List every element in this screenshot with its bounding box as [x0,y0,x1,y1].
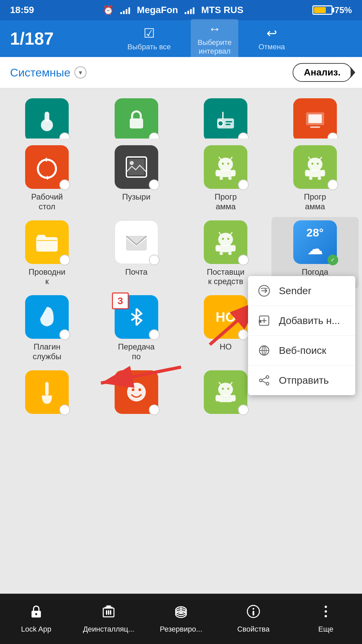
app-icon-wrap-bubbles [115,145,158,189]
cancel-label: Отмена [258,43,285,51]
nav-backup[interactable]: Резервиро... [145,601,217,637]
svg-rect-88 [253,611,254,615]
trash-icon [101,604,116,622]
app-item-permissions[interactable] [93,95,180,139]
app-item-desktop[interactable]: Рабочийстол [3,142,91,214]
context-menu-sender[interactable]: Sender [248,276,355,306]
context-add-label: Добавить н... [279,315,340,326]
select-interval-button[interactable]: ↔ Выберитеинтервал [191,19,238,58]
app-checkbox-provider[interactable] [238,255,249,265]
svg-point-53 [227,388,229,390]
select-all-button[interactable]: ☑ Выбрать все [127,26,171,51]
svg-point-38 [227,238,229,240]
app-icon-wrap-mail [115,220,158,264]
app-item-sensor[interactable] [3,95,91,139]
share-icon [257,373,272,388]
svg-point-90 [325,610,327,613]
app-item-explorer[interactable]: Проводник [3,217,91,289]
app-item-program1[interactable]: Программа [182,142,269,214]
app-item-program2[interactable]: Программа [272,142,359,214]
app-checkbox-bubbles[interactable] [149,179,160,190]
analyze-button[interactable]: Анализ. [293,63,352,82]
app-label-mail: Почта [125,267,147,277]
app-badge-bluetooth: 3 [112,292,129,309]
svg-rect-78 [106,610,107,615]
app-label-explorer: Проводник [28,267,65,287]
app-checkbox-desktop[interactable] [59,179,70,190]
category-dropdown-button[interactable]: ▾ [74,66,86,78]
app-item-radio[interactable] [182,95,269,139]
svg-line-40 [230,232,232,235]
battery-pct: 75% [335,5,352,15]
app-checkbox-weather[interactable]: ✓ [327,255,338,265]
interval-label: Выберитеинтервал [197,38,232,56]
nav-properties-label: Свойства [237,625,270,634]
app-label-bubbles: Пузыри [122,192,150,202]
nav-uninstall-label: Деинсталляц... [83,625,134,634]
cancel-button[interactable]: ↩ Отмена [258,26,285,51]
nav-properties[interactable]: Свойства [217,601,290,637]
nav-lock-app[interactable]: Lock App [0,601,72,637]
app-item-bluetooth[interactable]: 3 Передачапо [93,292,180,364]
app-item-plugin[interactable]: Плагинслужбы [3,292,91,364]
app-icon-wrap-weather: 28° ☁ ✓ [293,220,337,264]
context-sender-label: Sender [279,285,311,297]
app-label-program1: Программа [215,192,237,212]
app-checkbox-no1[interactable] [238,329,249,340]
context-menu-add-shortcut[interactable]: Добавить н... [248,306,355,336]
app-item-bubbles[interactable]: Пузыри [93,142,180,214]
nav-uninstall[interactable]: Деинсталляц... [72,601,145,637]
app-item-brush[interactable] [3,367,91,419]
svg-point-52 [222,388,224,390]
svg-rect-21 [232,170,236,176]
app-checkbox-bluetooth[interactable] [149,329,160,340]
app-item-mail[interactable]: Почта [93,217,180,289]
svg-rect-80 [110,610,111,615]
svg-rect-56 [218,395,233,402]
backup-icon [174,604,188,622]
app-checkbox-smiley[interactable] [149,405,160,415]
status-right: 75% [312,5,352,15]
context-share-label: Отправить [279,375,329,386]
svg-rect-29 [308,170,322,177]
chevron-down-icon: ▾ [79,68,82,76]
interval-icon: ↔ [208,22,221,36]
app-checkbox-brush[interactable] [59,405,70,415]
app-icon-permissions [115,98,158,139]
app-label-plugin: Плагинслужбы [33,342,61,362]
app-icon-desktop-miui [293,98,337,139]
signal-bars-2 [185,6,194,14]
context-menu-web-search[interactable]: Веб-поиск [248,336,355,366]
more-icon [318,604,333,622]
svg-rect-32 [309,177,312,180]
category-label: Системные [10,66,70,79]
svg-point-76 [35,613,37,615]
select-all-label: Выбрать все [127,43,171,51]
nav-more[interactable]: Еще [290,601,362,637]
svg-rect-10 [310,126,320,128]
app-checkbox-android3[interactable] [238,405,249,415]
svg-rect-6 [226,124,231,125]
svg-rect-20 [216,170,220,176]
app-checkbox-explorer[interactable] [59,255,70,265]
context-menu-share[interactable]: Отправить [248,366,355,395]
svg-point-37 [222,238,224,240]
svg-rect-79 [108,610,109,615]
app-item-desktop-miui[interactable] [272,95,359,139]
bottom-nav: Lock App Деинсталляц... Резервиро... [0,594,362,644]
svg-point-48 [127,383,146,401]
nav-lock-label: Lock App [21,625,52,634]
status-bar: 18:59 ⏰ MegaFon MTS RUS 75% [0,0,362,20]
app-checkbox-mail[interactable] [149,255,160,265]
svg-point-49 [132,388,134,391]
selection-counter: 1/187 [10,29,54,49]
app-checkbox-program2[interactable] [327,179,338,190]
app-icon-wrap-bluetooth: 3 [115,295,158,339]
app-item-smiley[interactable] [93,367,180,419]
app-checkbox-program1[interactable] [238,179,249,190]
app-checkbox-plugin[interactable] [59,329,70,340]
app-icon-wrap-program2 [293,145,337,189]
svg-rect-5 [226,121,232,122]
add-shortcut-icon [257,313,272,328]
status-time: 18:59 [10,5,34,15]
